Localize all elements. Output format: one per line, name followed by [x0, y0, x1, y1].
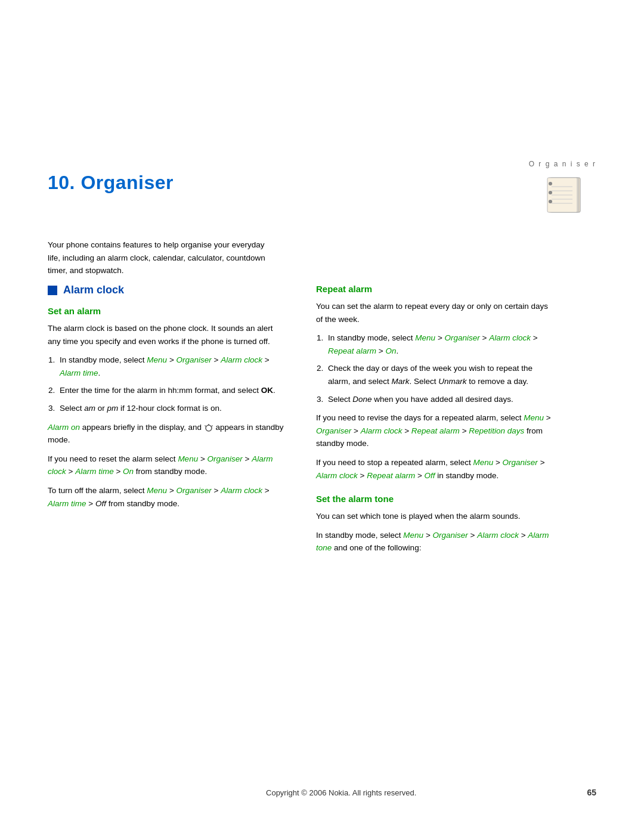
repeat-alarm-intro: You can set the alarm to repeat every da… — [316, 300, 555, 326]
alarm-clock-heading-text: Alarm clock — [63, 284, 124, 296]
svg-line-13 — [205, 426, 206, 427]
svg-line-14 — [212, 426, 213, 427]
reset-alarm-para: If you need to reset the alarm select Me… — [48, 453, 286, 478]
alarm-tone-intro: You can set which tone is played when th… — [316, 510, 555, 523]
alarm-on-note: Alarm on appears briefly in the display,… — [48, 421, 286, 447]
intro-paragraph: Your phone contains features to help org… — [48, 239, 274, 277]
revise-repeat-para: If you need to revise the days for a rep… — [316, 411, 555, 450]
repeat-alarm-heading: Repeat alarm — [316, 284, 555, 294]
set-alarm-tone-heading: Set the alarm tone — [316, 494, 555, 504]
svg-point-9 — [549, 191, 552, 194]
set-alarm-intro: The alarm clock is based on the phone cl… — [48, 322, 286, 348]
repeat-alarm-step-3: Select Done when you have added all desi… — [326, 393, 555, 406]
chapter-title-group: 10. Organiser — [48, 172, 174, 194]
notebook-icon — [546, 175, 584, 213]
set-alarm-tone-section: Set the alarm tone You can set which ton… — [316, 494, 555, 555]
right-column: Repeat alarm You can set the alarm to re… — [316, 284, 555, 561]
set-alarm-step-2: Enter the time for the alarm in hh:mm fo… — [57, 384, 286, 397]
repeat-alarm-step-1: In standby mode, select Menu > Organiser… — [326, 332, 555, 357]
blue-bullet-icon — [48, 286, 57, 295]
svg-point-10 — [549, 200, 552, 203]
footer-copyright: Copyright © 2006 Nokia. All rights reser… — [95, 788, 587, 797]
set-alarm-step-3: Select am or pm if 12-hour clock format … — [57, 402, 286, 415]
set-alarm-subsection: Set an alarm The alarm clock is based on… — [48, 306, 286, 510]
set-alarm-steps: In standby mode, select Menu > Organiser… — [57, 354, 286, 414]
page-container: O r g a n i s e r 10. Organiser — [0, 0, 644, 833]
svg-point-11 — [206, 425, 212, 431]
alarm-tone-instruction: In standby mode, select Menu > Organiser… — [316, 529, 555, 555]
page-header: O r g a n i s e r — [529, 160, 596, 168]
chapter-title: 10. Organiser — [48, 172, 174, 194]
repeat-alarm-step-2: Check the day or days of the week you wi… — [326, 362, 555, 388]
turnoff-alarm-para: To turn off the alarm, select Menu > Org… — [48, 484, 286, 510]
footer-page-number: 65 — [587, 788, 596, 797]
repeat-alarm-steps: In standby mode, select Menu > Organiser… — [326, 332, 555, 405]
set-alarm-heading: Set an alarm — [48, 306, 286, 316]
left-column: Alarm clock Set an alarm The alarm clock… — [48, 284, 286, 516]
stop-repeat-para: If you need to stop a repeated alarm, se… — [316, 456, 555, 482]
alarm-bell-icon — [204, 423, 213, 432]
page-footer: Copyright © 2006 Nokia. All rights reser… — [48, 788, 596, 797]
header-section-label: O r g a n i s e r — [529, 160, 596, 168]
alarm-clock-section-heading: Alarm clock — [48, 284, 286, 296]
set-alarm-step-1: In standby mode, select Menu > Organiser… — [57, 354, 286, 379]
svg-point-8 — [549, 182, 552, 185]
repeat-alarm-section: Repeat alarm You can set the alarm to re… — [316, 284, 555, 482]
chapter-title-area: 10. Organiser — [48, 172, 584, 213]
